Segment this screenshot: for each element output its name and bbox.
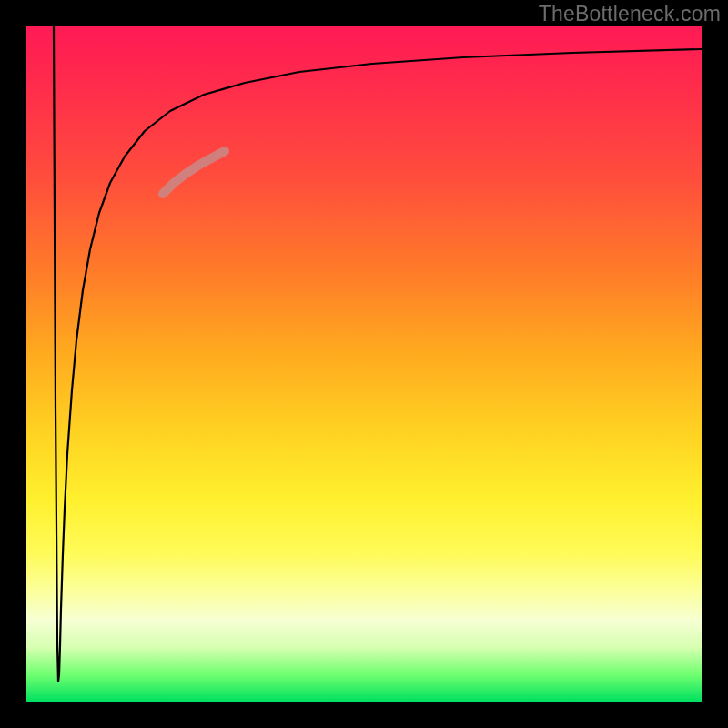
chart-frame: TheBottleneck.com — [0, 0, 728, 728]
plot-area — [26, 26, 702, 702]
chart-svg — [26, 26, 702, 702]
highlight-segment — [163, 151, 225, 194]
watermark-text: TheBottleneck.com — [539, 2, 721, 26]
curve-path — [54, 26, 702, 682]
